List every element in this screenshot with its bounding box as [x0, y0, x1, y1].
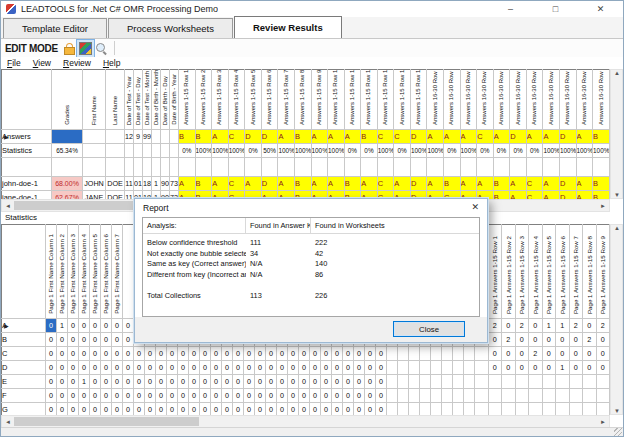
grid-cell[interactable]: 100% [460, 144, 477, 158]
grid-cell[interactable]: 0 [299, 375, 310, 389]
grid-cell[interactable]: 0% [179, 144, 196, 158]
grid-cell[interactable]: 100% [559, 144, 576, 158]
grid-cell[interactable]: 0 [233, 389, 244, 403]
grid-cell[interactable]: B [593, 177, 610, 191]
grid-cell[interactable] [502, 375, 516, 389]
grid-cell[interactable]: 0 [211, 375, 222, 389]
grid-cell[interactable]: C [377, 177, 394, 191]
grid-cell[interactable] [161, 144, 170, 158]
grid-cell[interactable]: 0 [112, 333, 123, 347]
close-button[interactable]: ✕ [578, 1, 623, 17]
grid-cell[interactable] [464, 347, 475, 361]
grid-cell[interactable]: 0 [596, 347, 610, 361]
grid-cell[interactable] [410, 158, 427, 177]
grid-cell[interactable]: 0 [266, 347, 277, 361]
grid-cell[interactable] [83, 158, 106, 177]
grid-cell[interactable]: 2 [502, 333, 516, 347]
grid-cell[interactable]: 2 [583, 333, 597, 347]
grid-cell[interactable]: 0 [515, 361, 529, 375]
grid-cell[interactable]: 0 [502, 319, 516, 333]
grid-cell[interactable] [212, 158, 229, 177]
grid-cell[interactable]: 0 [101, 389, 112, 403]
grid-cell[interactable] [569, 389, 583, 403]
grid-cell[interactable]: 0 [156, 347, 167, 361]
grid-cell[interactable]: 0 [46, 375, 57, 389]
row-header[interactable]: F [2, 389, 46, 403]
grid-cell[interactable]: 0 [178, 361, 189, 375]
grid-cell[interactable]: 0 [68, 333, 79, 347]
grid-cell[interactable]: 0 [79, 319, 90, 333]
grid-cell[interactable]: 0% [361, 144, 378, 158]
grid-cell[interactable]: A [510, 177, 527, 191]
grid-cell[interactable] [294, 158, 311, 177]
grid-cell[interactable]: 0 [583, 361, 597, 375]
scroll-left-icon[interactable]: ◄ [2, 419, 14, 425]
grid-cell[interactable]: 0 [222, 361, 233, 375]
grid-cell[interactable]: 0 [569, 347, 583, 361]
grid-cell[interactable]: 0 [68, 361, 79, 375]
grid-cell[interactable]: 0 [515, 347, 529, 361]
grid-cell[interactable]: A [212, 177, 229, 191]
grid-cell[interactable]: A [394, 177, 411, 191]
grid-cell[interactable]: 0 [79, 361, 90, 375]
grid-cell[interactable] [543, 158, 560, 177]
grid-cell[interactable]: 0 [266, 375, 277, 389]
grid-cell[interactable]: 11 [125, 177, 134, 191]
grid-cell[interactable]: 0 [189, 375, 200, 389]
grid-cell[interactable]: 0% [444, 144, 461, 158]
grid-cell[interactable]: 0 [101, 347, 112, 361]
grid-cell[interactable]: 0 [167, 375, 178, 389]
grid-cell[interactable]: 0 [211, 361, 222, 375]
grid-cell[interactable]: 0 [79, 389, 90, 403]
grid-cell[interactable] [387, 347, 398, 361]
grid-cell[interactable] [529, 389, 543, 403]
grid-cell[interactable]: 0 [569, 361, 583, 375]
grid-cell[interactable]: A [444, 130, 461, 144]
grid-cell[interactable]: 0 [255, 347, 266, 361]
grid-cell[interactable]: 0 [376, 389, 387, 403]
grid-cell[interactable]: 0 [277, 347, 288, 361]
grid-cell[interactable]: 2 [569, 319, 583, 333]
grid-cell[interactable]: 0% [394, 144, 411, 158]
grid-cell[interactable] [361, 158, 378, 177]
grid-cell[interactable]: 0 [354, 375, 365, 389]
grid-cell[interactable] [583, 389, 597, 403]
grid-cell[interactable] [488, 375, 502, 389]
grid-cell[interactable] [328, 158, 345, 177]
grid-cell[interactable]: 99 [143, 130, 152, 144]
grid-cell[interactable]: 0 [332, 361, 343, 375]
grid-cell[interactable] [106, 144, 125, 158]
grid-cell[interactable] [510, 158, 527, 177]
grid-cell[interactable]: 0% [245, 144, 262, 158]
grid-cell[interactable]: D [261, 130, 278, 144]
grid-cell[interactable]: 0 [288, 361, 299, 375]
grid-cell[interactable]: 2 [515, 319, 529, 333]
grid-cell[interactable]: 100% [278, 144, 295, 158]
row-header[interactable]: C [2, 347, 46, 361]
grid-cell[interactable]: 0 [200, 361, 211, 375]
grid-cell[interactable] [134, 158, 143, 177]
grid-cell[interactable]: 0 [321, 375, 332, 389]
grid-cell[interactable] [152, 130, 161, 144]
grid-cell[interactable] [583, 375, 597, 389]
grid-cell[interactable]: 0 [332, 375, 343, 389]
grid-cell[interactable]: 0 [542, 361, 556, 375]
grid-cell[interactable] [515, 375, 529, 389]
grid-cell[interactable] [52, 158, 83, 177]
grid-cell[interactable]: 100% [328, 144, 345, 158]
dialog-close-icon[interactable]: ✕ [471, 202, 479, 212]
grid-cell[interactable]: 0 [583, 347, 597, 361]
grid-cell[interactable]: 0 [112, 361, 123, 375]
grid-cell[interactable]: 0 [189, 361, 200, 375]
statistics-vertical-scrollbar[interactable]: ▲ ▼ [610, 224, 623, 415]
grid-cell[interactable]: 0 [68, 389, 79, 403]
grid-cell[interactable]: 0 [343, 361, 354, 375]
grid-cell[interactable]: B [179, 130, 196, 144]
grid-cell[interactable]: 18 [143, 177, 152, 191]
grid-cell[interactable] [134, 144, 143, 158]
grid-cell[interactable]: 0 [123, 347, 134, 361]
grid-cell[interactable]: 0 [542, 347, 556, 361]
grid-cell[interactable] [453, 389, 464, 403]
grid-cell[interactable]: 0 [68, 347, 79, 361]
grid-cell[interactable]: 0 [112, 375, 123, 389]
